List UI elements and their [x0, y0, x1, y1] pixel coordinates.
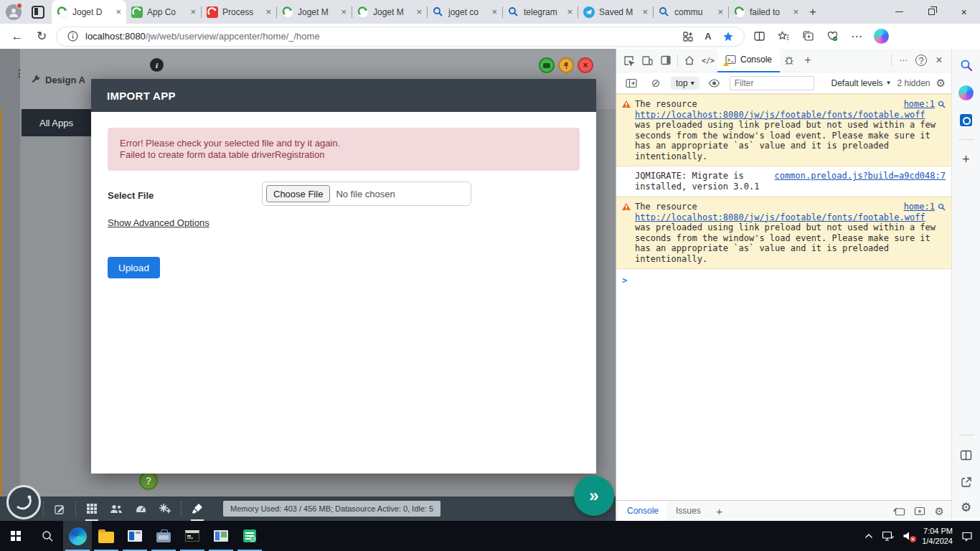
- drawer-settings-gear-icon[interactable]: ⚙: [935, 506, 944, 517]
- grid-apps-icon[interactable]: [83, 500, 100, 517]
- devtools-close-icon[interactable]: ×: [930, 51, 948, 70]
- page-info-icon[interactable]: [65, 29, 80, 44]
- issues-bug-icon[interactable]: [780, 51, 798, 70]
- tab-app-center[interactable]: App Co ×: [126, 0, 201, 24]
- taskbar-window-app-2[interactable]: [207, 521, 235, 551]
- source-link[interactable]: common.preload.js?build=a9cd048:7: [775, 171, 946, 182]
- home-tab-icon[interactable]: [680, 51, 699, 70]
- back-button[interactable]: ←: [7, 27, 27, 47]
- taskbar-edge-app[interactable]: [63, 521, 92, 551]
- popup-minimize-button[interactable]: [539, 57, 555, 73]
- refresh-button[interactable]: ↻: [32, 27, 52, 47]
- kebab-menu-icon[interactable]: ⋮: [14, 67, 24, 79]
- collections-icon[interactable]: [798, 27, 818, 47]
- taskbar-toolbox-app[interactable]: [149, 521, 178, 551]
- settings-gears-icon[interactable]: [156, 500, 174, 517]
- context-selector[interactable]: top ▾: [671, 77, 699, 90]
- log-levels-dropdown[interactable]: Default levels ▼: [831, 78, 892, 88]
- tab-close-icon[interactable]: ×: [642, 7, 648, 17]
- tab-search-community[interactable]: commu ×: [654, 0, 728, 24]
- sidebar-external-link-icon[interactable]: [958, 474, 974, 490]
- search-similar-icon[interactable]: [938, 203, 946, 211]
- clear-console-icon[interactable]: ⊘: [646, 74, 665, 93]
- console-sidebar-icon[interactable]: [622, 74, 641, 93]
- taskbar-notes-app[interactable]: [235, 521, 264, 551]
- copilot-icon[interactable]: [871, 27, 891, 47]
- sidebar-outlook-icon[interactable]: [958, 112, 974, 128]
- open-panel-icon[interactable]: [910, 501, 929, 520]
- resource-link[interactable]: http://localhost:8080/jw/js/footable/: [635, 212, 826, 222]
- users-icon[interactable]: [108, 500, 125, 517]
- expand-panel-button[interactable]: »: [574, 476, 614, 516]
- source-link[interactable]: home:1: [904, 202, 935, 212]
- joget-logo[interactable]: [6, 485, 41, 519]
- console-filter-input[interactable]: [730, 76, 814, 90]
- devtools-menu-icon[interactable]: ⋯: [894, 51, 913, 70]
- file-input[interactable]: Choose File No file chosen: [262, 182, 471, 206]
- sidebar-settings-gear-icon[interactable]: ⚙: [961, 501, 971, 514]
- workspaces-icon[interactable]: [681, 29, 695, 44]
- sources-tab-icon[interactable]: </>: [699, 51, 717, 70]
- start-button[interactable]: [0, 521, 32, 551]
- sidebar-add-icon[interactable]: +: [958, 151, 974, 167]
- search-similar-icon[interactable]: [938, 100, 946, 108]
- dock-side-icon[interactable]: [656, 51, 675, 70]
- split-screen-icon[interactable]: [749, 27, 769, 47]
- resource-link[interactable]: fonts/footable.woff: [826, 110, 925, 120]
- taskbar-search-button[interactable]: [32, 521, 63, 551]
- console-tab[interactable]: Console: [717, 49, 780, 72]
- tray-expand-chevron-icon[interactable]: [864, 533, 873, 539]
- taskbar-file-explorer-app[interactable]: [92, 521, 121, 551]
- resource-link[interactable]: http://localhost:8080/jw/js/footable/: [635, 110, 826, 120]
- profile-avatar[interactable]: [6, 4, 22, 20]
- taskbar-window-app-1[interactable]: [121, 521, 149, 551]
- popup-close-button[interactable]: ×: [578, 57, 593, 73]
- browser-essentials-icon[interactable]: [822, 27, 842, 47]
- upload-button[interactable]: Upload: [108, 257, 160, 278]
- sidebar-copilot-icon[interactable]: [958, 85, 974, 100]
- taskbar-clock[interactable]: 7:04 PM 1/4/2024: [922, 526, 953, 546]
- sidebar-search-icon[interactable]: [958, 57, 974, 73]
- browser-menu-icon[interactable]: ⋯: [847, 27, 867, 47]
- console-settings-gear-icon[interactable]: ⚙: [936, 77, 946, 88]
- taskbar-terminal-app[interactable]: [178, 521, 207, 551]
- resource-link[interactable]: fonts/footable.woff: [826, 212, 925, 222]
- tab-joget-m1[interactable]: Joget M ×: [277, 0, 352, 24]
- tab-search-joget[interactable]: joget co ×: [428, 0, 502, 24]
- tab-close-icon[interactable]: ×: [717, 7, 723, 17]
- tab-close-icon[interactable]: ×: [491, 7, 497, 17]
- tab-close-icon[interactable]: ×: [341, 7, 347, 17]
- tab-joget-m2[interactable]: Joget M ×: [352, 0, 427, 24]
- network-icon[interactable]: [882, 531, 894, 541]
- window-restore-button[interactable]: [915, 0, 948, 24]
- sidebar-panel-icon[interactable]: [958, 447, 974, 463]
- tab-process[interactable]: Process ×: [202, 0, 276, 24]
- devtools-help-icon[interactable]: ?: [915, 55, 927, 66]
- tab-close-icon[interactable]: ×: [793, 7, 798, 17]
- monitor-gauge-icon[interactable]: [132, 500, 149, 517]
- tab-close-icon[interactable]: ×: [116, 7, 121, 17]
- drawer-more-tabs-icon[interactable]: +: [710, 501, 729, 520]
- tab-close-icon[interactable]: ×: [567, 7, 573, 17]
- notification-center-icon[interactable]: [961, 531, 973, 542]
- tab-search-telegram[interactable]: telegram ×: [503, 0, 578, 24]
- favorites-icon[interactable]: [773, 27, 793, 47]
- choose-file-button[interactable]: Choose File: [266, 185, 330, 202]
- pending-activity-icon[interactable]: [890, 501, 909, 520]
- read-aloud-icon[interactable]: A: [701, 29, 715, 44]
- source-link[interactable]: home:1: [904, 99, 935, 110]
- info-plugin-icon[interactable]: i: [150, 58, 164, 72]
- volume-muted-icon[interactable]: [903, 531, 913, 541]
- tab-actions-icon[interactable]: [32, 6, 44, 19]
- show-advanced-options-link[interactable]: Show Advanced Options: [108, 217, 209, 228]
- window-minimize-button[interactable]: [883, 0, 915, 24]
- design-apps-button[interactable]: Design A: [30, 75, 85, 85]
- tab-joget-design[interactable]: Joget D ×: [52, 0, 126, 24]
- tab-close-icon[interactable]: ×: [265, 7, 271, 17]
- drawer-tab-console[interactable]: Console: [619, 501, 666, 522]
- all-apps-button[interactable]: All Apps: [22, 109, 91, 136]
- url-text[interactable]: localhost:8080/jw/web/userview/appcenter…: [85, 31, 320, 42]
- drawer-tab-issues[interactable]: Issues: [668, 501, 709, 522]
- favorite-star-icon[interactable]: [721, 29, 735, 44]
- new-tab-button[interactable]: +: [804, 3, 822, 22]
